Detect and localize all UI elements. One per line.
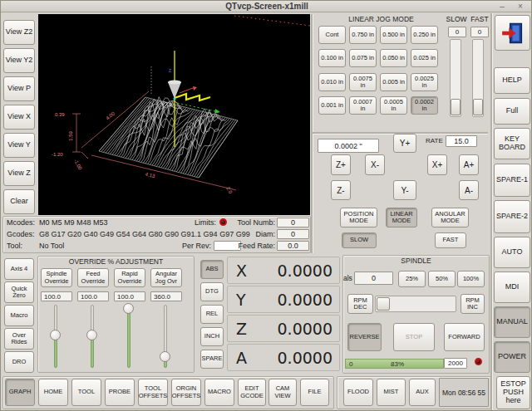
jog-increment-0250[interactable]: 0.250 in (411, 26, 438, 44)
rate-value-field[interactable]: 15.0 (446, 135, 477, 147)
jog-increment-00007[interactable]: 0.0007 in (349, 96, 377, 115)
jog-z-plus-button[interactable]: Z+ (331, 154, 351, 175)
jog-increment-00005[interactable]: 0.0005 in (380, 96, 407, 115)
spindle-rpm-field[interactable]: 2000 (444, 358, 467, 369)
gremlin-3d-view[interactable]: 0.39 1.59 -1.20 4.00 4.13 -1.00 2.0 Z (38, 14, 310, 215)
rapid-override-button[interactable]: Rapid Override (114, 268, 145, 287)
spare-1-button[interactable]: SPARE-1 (494, 164, 530, 197)
view-y-button[interactable]: View Y (3, 133, 35, 158)
jog-increment-0050[interactable]: 0.050 in (380, 49, 407, 67)
fullscreen-button[interactable]: Full (494, 98, 530, 125)
tab-tool[interactable]: TOOL (71, 379, 101, 406)
minimize-button[interactable]: – (496, 1, 508, 12)
jog-increment-cont[interactable]: Cont (318, 26, 346, 44)
linear-mode-button[interactable]: LINEAR MODE (386, 208, 417, 228)
jog-x-minus-button[interactable]: X- (365, 154, 385, 175)
jog-increment-0075[interactable]: 0.075 in (349, 49, 377, 67)
aux-button[interactable]: AUX (409, 379, 436, 406)
spindle-25pct-button[interactable]: 25% (398, 271, 426, 287)
jog-a-plus-button[interactable]: A+ (459, 154, 479, 175)
spindle-100pct-button[interactable]: 100% (457, 271, 485, 287)
rapid-override-handle[interactable] (123, 303, 134, 314)
jog-increment-display: 0.0002 " (318, 139, 379, 153)
spindle-bar-min: 0 (349, 360, 352, 368)
svg-text:4.13: 4.13 (145, 172, 155, 179)
tab-home[interactable]: HOME (38, 379, 68, 406)
jog-y-minus-button[interactable]: Y- (393, 180, 416, 200)
jog-increment-00025[interactable]: 0.0025 in (411, 73, 438, 91)
spindle-reverse-button[interactable]: REVERSE (347, 323, 382, 351)
fast-slider-handle[interactable] (473, 99, 483, 115)
power-button[interactable]: POWER (494, 341, 530, 373)
jog-increment-00002[interactable]: 0.0002 in (411, 96, 438, 115)
titlebar[interactable]: QTvcp-Screen-x1mill (1, 1, 532, 12)
clear-view-button[interactable]: Clear (3, 189, 35, 214)
spindle-50pct-button[interactable]: 50% (428, 271, 456, 287)
tab-edit-gcode[interactable]: EDIT GCODE (238, 379, 266, 406)
jog-x-plus-button[interactable]: X+ (427, 154, 447, 175)
feed-override-value: 100.0 (77, 291, 109, 301)
view-z-button[interactable]: View Z (3, 161, 35, 186)
feed-override-handle[interactable] (86, 330, 97, 340)
jog-z-minus-button[interactable]: Z- (331, 180, 351, 200)
view-z2-button[interactable]: View Z2 (3, 20, 35, 45)
mist-button[interactable]: MIST (377, 379, 406, 406)
rpm-inc-button[interactable]: RPM INC (461, 294, 485, 314)
tab-axis-4[interactable]: Axis 4 (4, 258, 34, 280)
tab-dro[interactable]: DRO (4, 351, 34, 373)
help-button[interactable]: HELP (494, 67, 530, 94)
slow-slider-handle[interactable] (451, 99, 461, 115)
auto-mode-button[interactable]: AUTO (494, 237, 530, 268)
jog-increment-00075[interactable]: 0.0075 in (349, 73, 377, 91)
flood-button[interactable]: FLOOD (343, 379, 373, 406)
rpm-slider-handle[interactable] (377, 297, 390, 311)
exit-button[interactable] (495, 15, 530, 51)
tab-orgin-offsets[interactable]: ORGIN OFFSETS (171, 379, 201, 406)
spindle-override-handle[interactable] (50, 330, 61, 340)
tab-file[interactable]: FILE (300, 379, 329, 406)
jog-increment-0025[interactable]: 0.025 in (411, 49, 438, 67)
mdi-mode-button[interactable]: MDI (494, 272, 530, 303)
jog-increment-0001[interactable]: 0.001 in (318, 96, 346, 115)
jog-increment-0010[interactable]: 0.010 in (318, 73, 346, 91)
jog-increment-0100[interactable]: 0.100 in (318, 49, 346, 67)
feed-override-button[interactable]: Feed Override (77, 268, 109, 287)
dro-rel-button[interactable]: REL (200, 305, 224, 324)
tab-cam-view[interactable]: CAM VIEW (268, 379, 297, 406)
view-p-button[interactable]: View P (3, 76, 35, 101)
angular-jog-override-button[interactable]: Angular Jog Ovr (150, 268, 182, 287)
dro-spare-button[interactable]: SPARE (200, 350, 224, 369)
spindle-stop-button[interactable]: STOP (393, 323, 435, 351)
angular-jog-override-handle[interactable] (160, 351, 170, 362)
jog-y-plus-button[interactable]: Y+ (393, 134, 416, 153)
spindle-override-button[interactable]: Spindle Override (41, 268, 72, 287)
slow-slider-label: SLOW (445, 15, 468, 23)
dro-inch-button[interactable]: INCH (200, 327, 224, 346)
spare-2-button[interactable]: SPARE-2 (494, 200, 530, 233)
tab-macro[interactable]: Macro (4, 305, 34, 326)
estop-button[interactable]: ESTOP PUSH here (496, 376, 530, 409)
view-y2-button[interactable]: View Y2 (3, 48, 35, 73)
jog-fast-button[interactable]: FAST (435, 232, 466, 248)
manual-mode-button[interactable]: MANUAL (494, 306, 530, 338)
spindle-forward-button[interactable]: FORWARD (444, 323, 485, 351)
tab-over-rides[interactable]: Over Rides (4, 328, 34, 350)
jog-a-minus-button[interactable]: A- (459, 180, 479, 200)
view-x-button[interactable]: View X (3, 105, 35, 130)
angular-mode-button[interactable]: ANGULAR MODE (431, 208, 469, 228)
keyboard-button[interactable]: KEY BOARD (494, 128, 530, 159)
tab-tool-offsets[interactable]: TOOL OFFSETS (138, 379, 168, 406)
jog-increment-0005[interactable]: 0.005 in (380, 73, 407, 91)
dro-dtg-button[interactable]: DTG (200, 282, 224, 301)
jog-increment-0750[interactable]: 0.750 in (349, 26, 377, 44)
tab-quick-zero[interactable]: Quick Zero (4, 281, 34, 303)
tab-macro[interactable]: MACRO (204, 379, 234, 406)
jog-slow-button[interactable]: SLOW (342, 232, 377, 248)
tab-graph[interactable]: GRAPH (5, 379, 35, 406)
dro-abs-button[interactable]: ABS (200, 260, 224, 279)
jog-increment-0500[interactable]: 0.500 in (380, 26, 407, 44)
close-button[interactable]: × (515, 1, 526, 12)
rpm-dec-button[interactable]: RPM DEC (347, 294, 373, 314)
tab-probe[interactable]: PROBE (105, 379, 135, 406)
position-mode-button[interactable]: POSITION MODE (340, 208, 377, 228)
